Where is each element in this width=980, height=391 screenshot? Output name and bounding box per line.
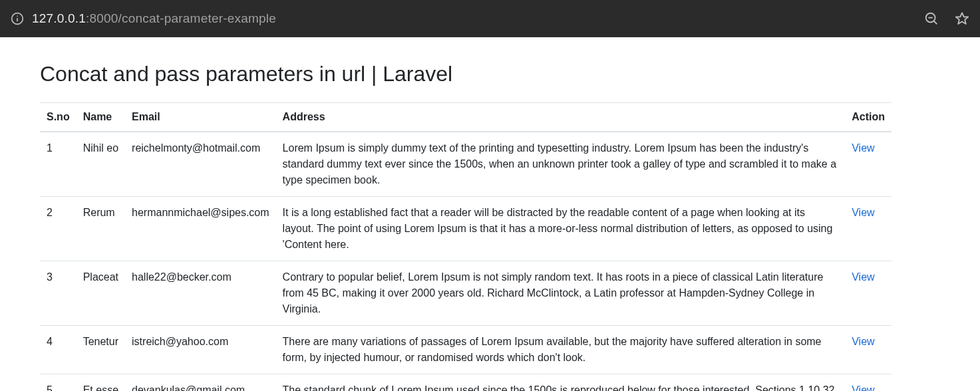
view-link[interactable]: View	[852, 271, 874, 283]
col-action: Action	[845, 103, 892, 132]
svg-marker-6	[956, 13, 968, 24]
table-body: 1Nihil eoreichelmonty@hotmail.comLorem I…	[40, 132, 892, 391]
cell-email: halle22@becker.com	[125, 261, 276, 326]
table-row: 3Placeathalle22@becker.comContrary to po…	[40, 261, 892, 326]
cell-address: The standard chunk of Lorem Ipsum used s…	[276, 374, 846, 391]
cell-sno: 3	[40, 261, 77, 326]
browser-address-bar: 127.0.0.1:8000/concat-parameter-example	[0, 0, 980, 37]
cell-email: hermannmichael@sipes.com	[125, 197, 276, 261]
cell-sno: 4	[40, 326, 77, 374]
page-container: Concat and pass parameters in url | Lara…	[0, 37, 905, 391]
page-title-row: Concat and pass parameters in url | Lara…	[40, 61, 892, 86]
cell-action: View	[845, 132, 892, 197]
col-sno: S.no	[40, 103, 77, 132]
cell-email: istreich@yahoo.com	[125, 326, 276, 374]
site-info-icon[interactable]	[11, 12, 24, 25]
cell-address: There are many variations of passages of…	[276, 326, 846, 374]
bookmark-star-icon[interactable]	[955, 11, 969, 26]
cell-action: View	[845, 326, 892, 374]
cell-action: View	[845, 261, 892, 326]
cell-action: View	[845, 197, 892, 261]
zoom-out-icon[interactable]	[924, 11, 939, 26]
cell-name: Nihil eo	[77, 132, 125, 197]
view-link[interactable]: View	[852, 384, 874, 391]
users-table: S.no Name Email Address Action 1Nihil eo…	[40, 102, 892, 391]
cell-name: Et esse	[77, 374, 125, 391]
url-text[interactable]: 127.0.0.1:8000/concat-parameter-example	[32, 11, 276, 26]
browser-action-icons	[924, 11, 969, 26]
url-wrap[interactable]: 127.0.0.1:8000/concat-parameter-example	[11, 11, 916, 26]
cell-address: Contrary to popular belief, Lorem Ipsum …	[276, 261, 846, 326]
view-link[interactable]: View	[852, 142, 874, 154]
col-name: Name	[77, 103, 125, 132]
table-row: 1Nihil eoreichelmonty@hotmail.comLorem I…	[40, 132, 892, 197]
svg-point-2	[17, 15, 18, 17]
view-link[interactable]: View	[852, 336, 874, 347]
cell-address: It is a long established fact that a rea…	[276, 197, 846, 261]
cell-sno: 1	[40, 132, 77, 197]
table-row: 2Rerumhermannmichael@sipes.comIt is a lo…	[40, 197, 892, 261]
cell-action: View	[845, 374, 892, 391]
cell-sno: 5	[40, 374, 77, 391]
url-host: 127.0.0.1	[32, 11, 86, 25]
cell-name: Rerum	[77, 197, 125, 261]
table-row: 4Teneturistreich@yahoo.comThere are many…	[40, 326, 892, 374]
url-path: :8000/concat-parameter-example	[86, 11, 276, 25]
cell-email: reichelmonty@hotmail.com	[125, 132, 276, 197]
page-title: Concat and pass parameters in url | Lara…	[40, 61, 892, 86]
view-link[interactable]: View	[852, 207, 874, 218]
cell-email: devankulas@gmail.com	[125, 374, 276, 391]
cell-sno: 2	[40, 197, 77, 261]
cell-name: Placeat	[77, 261, 125, 326]
svg-line-4	[934, 21, 937, 25]
cell-name: Tenetur	[77, 326, 125, 374]
table-head: S.no Name Email Address Action	[40, 103, 892, 132]
col-address: Address	[276, 103, 846, 132]
table-row: 5Et essedevankulas@gmail.comThe standard…	[40, 374, 892, 391]
cell-address: Lorem Ipsum is simply dummy text of the …	[276, 132, 846, 197]
col-email: Email	[125, 103, 276, 132]
